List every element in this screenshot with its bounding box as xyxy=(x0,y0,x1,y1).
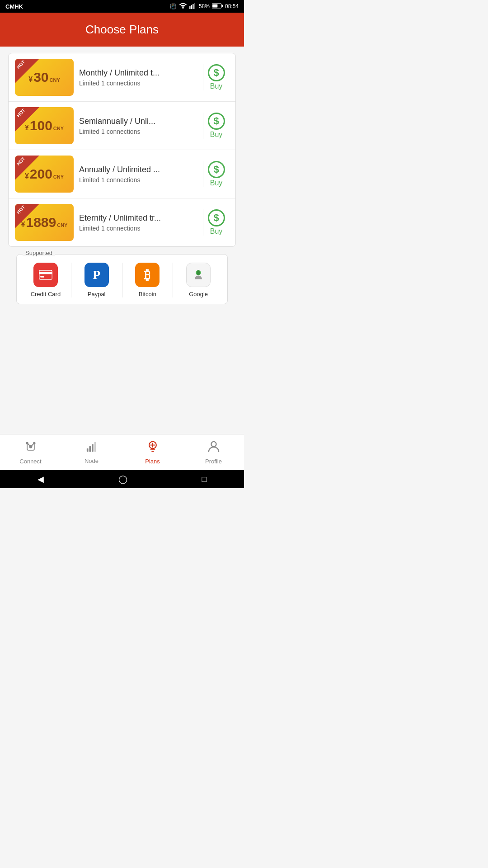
dollar-icon-semiannually: $ xyxy=(208,113,225,130)
plan-name-annually: Annually / Unlimited ... xyxy=(79,165,197,175)
svg-rect-17 xyxy=(89,446,91,452)
price-symbol: ¥ xyxy=(25,172,29,180)
svg-rect-7 xyxy=(212,4,217,7)
price-currency: CNY xyxy=(50,77,60,83)
plan-info-eternity: Eternity / Unlimited tr... Limited 1 con… xyxy=(79,213,197,232)
status-bar: CMHK 📳 58% 08 xyxy=(0,0,244,13)
price-amount: ¥ 100 CNY xyxy=(25,118,64,133)
svg-rect-18 xyxy=(92,444,94,452)
carrier-text: CMHK xyxy=(5,3,23,10)
payment-item-bitcoin[interactable]: ₿ Bitcoin xyxy=(122,263,174,297)
nav-item-node[interactable]: Node xyxy=(61,441,122,464)
nav-icon-node xyxy=(86,441,98,456)
svg-point-0 xyxy=(183,8,183,9)
supported-label: Supported xyxy=(23,250,55,256)
buy-button-eternity[interactable]: $ Buy xyxy=(203,209,229,236)
svg-rect-3 xyxy=(192,4,193,9)
main-content: HOT ¥ 30 CNY Monthly / Unlimited t... Li… xyxy=(0,47,244,434)
plan-connections-semiannually: Limited 1 connections xyxy=(79,128,197,135)
svg-point-14 xyxy=(26,442,28,444)
buy-button-monthly[interactable]: $ Buy xyxy=(203,64,229,90)
svg-point-15 xyxy=(33,442,35,444)
price-number: 30 xyxy=(33,70,48,85)
plan-name-eternity: Eternity / Unlimited tr... xyxy=(79,213,197,223)
price-symbol: ¥ xyxy=(28,75,33,84)
hot-text: HOT xyxy=(16,156,26,166)
plan-info-semiannually: Semiannually / Unli... Limited 1 connect… xyxy=(79,117,197,135)
payment-item-google[interactable]: Google xyxy=(173,263,224,297)
price-amount: ¥ 1889 CNY xyxy=(21,215,68,230)
system-bar: ◀ ◯ □ xyxy=(0,470,244,488)
signal-icon xyxy=(189,3,197,10)
payment-name-paypal: Paypal xyxy=(88,291,106,297)
svg-rect-1 xyxy=(189,6,190,9)
recents-button[interactable]: □ xyxy=(202,475,207,484)
vibrate-icon: 📳 xyxy=(170,3,177,9)
plan-row-monthly: HOT ¥ 30 CNY Monthly / Unlimited t... Li… xyxy=(9,53,235,102)
price-amount: ¥ 200 CNY xyxy=(25,166,64,182)
plan-info-annually: Annually / Unlimited ... Limited 1 conne… xyxy=(79,165,197,184)
dollar-icon-monthly: $ xyxy=(208,64,225,81)
price-number: 100 xyxy=(30,118,52,133)
payment-icon-paypal: P xyxy=(84,263,109,287)
plan-row-annually: HOT ¥ 200 CNY Annually / Unlimited ... L… xyxy=(9,150,235,198)
hot-text: HOT xyxy=(16,204,26,215)
buy-button-semiannually[interactable]: $ Buy xyxy=(203,113,229,139)
nav-item-plans[interactable]: Plans xyxy=(122,440,183,465)
price-symbol: ¥ xyxy=(25,124,29,132)
svg-rect-19 xyxy=(94,442,96,451)
payment-icon-bitcoin: ₿ xyxy=(135,263,160,287)
hot-text: HOT xyxy=(16,59,26,70)
status-bar-right: 📳 58% 08:54 xyxy=(170,3,239,10)
hot-text: HOT xyxy=(16,108,26,118)
svg-rect-8 xyxy=(39,270,52,279)
dollar-icon-eternity: $ xyxy=(208,209,225,226)
svg-point-12 xyxy=(197,270,200,275)
nav-item-connect[interactable]: Connect xyxy=(0,440,61,465)
battery-icon xyxy=(212,3,223,10)
price-badge-annually: HOT ¥ 200 CNY xyxy=(15,156,74,193)
payment-item-credit[interactable]: Credit Card xyxy=(20,263,71,297)
payment-name-google: Google xyxy=(189,291,208,297)
price-number: 1889 xyxy=(26,215,56,230)
nav-label-node: Node xyxy=(84,458,99,464)
buy-button-annually[interactable]: $ Buy xyxy=(203,161,229,187)
nav-icon-connect xyxy=(24,440,37,456)
price-symbol: ¥ xyxy=(21,221,25,229)
wifi-icon xyxy=(179,3,187,10)
plan-info-monthly: Monthly / Unlimited t... Limited 1 conne… xyxy=(79,68,197,87)
svg-rect-4 xyxy=(194,3,195,9)
plan-connections-annually: Limited 1 connections xyxy=(79,176,197,184)
supported-section: Supported Credit Card P Paypal ₿ Bitcoin… xyxy=(16,254,228,304)
svg-rect-16 xyxy=(86,448,88,451)
price-badge-eternity: HOT ¥ 1889 CNY xyxy=(15,204,74,241)
home-button[interactable]: ◯ xyxy=(118,474,127,484)
payment-item-paypal[interactable]: P Paypal xyxy=(71,263,122,297)
buy-label-annually: Buy xyxy=(210,179,223,187)
page-title: Choose Plans xyxy=(85,23,159,37)
svg-point-21 xyxy=(211,441,216,446)
nav-label-connect: Connect xyxy=(19,458,41,465)
svg-rect-6 xyxy=(222,5,223,7)
nav-item-profile[interactable]: Profile xyxy=(183,440,244,465)
nav-label-profile: Profile xyxy=(205,458,222,465)
plan-name-monthly: Monthly / Unlimited t... xyxy=(79,68,197,78)
header: Choose Plans xyxy=(0,13,244,47)
svg-rect-9 xyxy=(39,272,52,274)
plans-card: HOT ¥ 30 CNY Monthly / Unlimited t... Li… xyxy=(8,53,236,247)
svg-rect-2 xyxy=(191,5,192,9)
svg-rect-10 xyxy=(40,276,44,278)
supported-card: Credit Card P Paypal ₿ Bitcoin Google xyxy=(16,254,228,304)
payment-icon-google xyxy=(186,263,211,287)
time-text: 08:54 xyxy=(225,3,239,9)
price-badge-semiannually: HOT ¥ 100 CNY xyxy=(15,107,74,144)
plan-row-semiannually: HOT ¥ 100 CNY Semiannually / Unli... Lim… xyxy=(9,102,235,150)
price-amount: ¥ 30 CNY xyxy=(28,70,60,85)
payment-name-credit: Credit Card xyxy=(31,291,61,297)
plan-connections-eternity: Limited 1 connections xyxy=(79,225,197,232)
nav-icon-profile xyxy=(208,440,220,456)
back-button[interactable]: ◀ xyxy=(38,474,44,484)
payment-name-bitcoin: Bitcoin xyxy=(139,291,156,297)
payment-icon-credit xyxy=(33,263,58,287)
price-badge-monthly: HOT ¥ 30 CNY xyxy=(15,59,74,96)
